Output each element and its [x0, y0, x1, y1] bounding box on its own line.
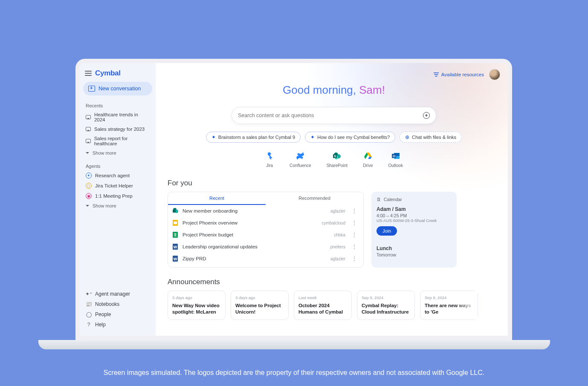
recents-section-label: Recents [82, 101, 153, 110]
brand-logo: Cymbal [95, 69, 121, 78]
suggestion-chip[interactable]: ✦Brainstorm a sales plan for Cymbal 9 [206, 132, 301, 143]
word-doc-icon: W [172, 255, 178, 262]
sidebar-agent-manager[interactable]: ✦⁺Agent manager [82, 289, 153, 299]
suggestion-chip[interactable]: ✦How do I see my Cymbal benefits? [305, 132, 395, 143]
agent-item[interactable]: ▣1:1 Meeting Prep [82, 191, 153, 201]
confluence-icon [295, 151, 305, 161]
chat-icon [86, 127, 91, 131]
chat-icon [86, 139, 91, 143]
for-you-card: Recent Recommended New member onboarding… [168, 192, 364, 268]
announcement-card[interactable]: 3 days ago Welcome to Project Unicorn! [231, 291, 289, 320]
calendar-card: 🗓Calendar Adam / Sam 4:00 – 4:25 PM US-A… [371, 192, 457, 268]
disclaimer-text: Screen images simulated. The logos depic… [0, 369, 588, 377]
calendar-event-time: 4:00 – 4:25 PM [377, 213, 452, 218]
calendar-icon: 🗓 [377, 197, 381, 202]
recents-show-more[interactable]: Show more [82, 148, 153, 158]
tab-recent[interactable]: Recent [168, 192, 266, 205]
agent-icon: ✦ [86, 173, 92, 179]
join-meeting-button[interactable]: Join [377, 226, 397, 236]
calendar-event-title[interactable]: Adam / Sam [377, 206, 452, 212]
document-row[interactable]: W Leadership organizational updates pnei… [168, 241, 363, 253]
new-conversation-icon [88, 86, 95, 92]
document-row[interactable]: Project Phoenix overview cymbalcloud ⋮ [168, 217, 363, 229]
new-conversation-button[interactable]: New conversation [83, 82, 152, 95]
svg-text:S: S [334, 155, 336, 158]
sidebar-people[interactable]: ◯People [82, 309, 153, 320]
sidebar: Cymbal New conversation Recents Healthca… [80, 63, 156, 336]
menu-icon[interactable] [85, 71, 92, 76]
sparkle-icon: ✦⁺ [86, 291, 92, 297]
available-resources-button[interactable]: Available resources [434, 72, 484, 77]
laptop-base [38, 340, 550, 349]
help-icon: ? [86, 322, 92, 328]
document-row[interactable]: Project Phoenix budget chbka ⋮ [168, 229, 363, 241]
sharepoint-icon: S [332, 151, 342, 161]
svg-text:W: W [174, 257, 177, 261]
suggestion-chip-files[interactable]: ⊕Chat with files & links [400, 132, 462, 143]
sheets-doc-icon [172, 231, 178, 238]
word-doc-icon: W [172, 243, 178, 250]
kebab-icon[interactable]: ⋮ [350, 245, 359, 249]
recent-conversation[interactable]: Sales strategy for 2023 [82, 124, 153, 134]
main-content: Available resources Good morning, Sam! +… [156, 63, 508, 336]
search-input[interactable] [238, 112, 423, 118]
announcements-heading: Announcements [168, 278, 500, 286]
announcement-card[interactable]: Last week October 2024 Humans of Cymbal [294, 291, 352, 320]
jira-icon [265, 151, 274, 161]
svg-text:W: W [174, 245, 177, 249]
svg-rect-13 [174, 222, 177, 224]
integration-sharepoint[interactable]: SSharePoint [327, 151, 348, 168]
notebook-icon: 📰 [86, 301, 92, 307]
svg-text:O: O [393, 154, 395, 158]
user-avatar[interactable] [489, 69, 500, 80]
agents-section-label: Agents [82, 162, 153, 170]
sidebar-help[interactable]: ?Help [82, 320, 153, 330]
kebab-icon[interactable]: ⋮ [350, 209, 359, 213]
integration-confluence[interactable]: Confluence [290, 151, 311, 168]
recent-conversation[interactable]: Sales report for healthcare [82, 134, 153, 148]
calendar-event-location: US-AUS-500W-25-3-Shoal Creek [377, 218, 452, 223]
calendar-event-title[interactable]: Lunch [377, 245, 452, 251]
sparkle-icon: ✦ [310, 134, 315, 140]
svg-rect-11 [173, 210, 176, 213]
kebab-icon[interactable]: ⋮ [350, 221, 359, 225]
chat-icon [86, 115, 91, 119]
sharepoint-doc-icon [172, 207, 178, 214]
agent-icon: ⟨⟩ [86, 183, 92, 189]
announcement-card[interactable]: Sep 8, 2024 There are new ways to 'Ge [420, 291, 478, 320]
filter-icon [434, 72, 439, 77]
agent-item[interactable]: ✦Research agent [82, 170, 153, 181]
recent-conversation[interactable]: Healthcare trends in 2024 [82, 110, 153, 124]
new-conversation-label: New conversation [98, 86, 141, 92]
kebab-icon[interactable]: ⋮ [350, 256, 359, 261]
tab-recommended[interactable]: Recommended [266, 192, 363, 205]
sparkle-icon: ✦ [211, 134, 216, 140]
integration-jira[interactable]: Jira [265, 151, 274, 168]
drive-icon [363, 151, 373, 161]
slides-doc-icon [172, 219, 178, 226]
search-bar[interactable]: + [232, 107, 436, 124]
calendar-event-time: Tomorrow [377, 252, 452, 257]
integration-outlook[interactable]: OOutlook [388, 151, 403, 168]
attachment-icon: ⊕ [405, 134, 409, 140]
chevron-down-icon [86, 152, 89, 156]
add-attachment-icon[interactable]: + [423, 112, 430, 119]
document-row[interactable]: New member onboarding aglazier ⋮ [168, 205, 363, 217]
agent-item[interactable]: ⟨⟩Jira Ticket Helper [82, 181, 153, 191]
greeting-heading: Good morning, Sam! [168, 84, 500, 97]
sidebar-notebooks[interactable]: 📰Notebooks [82, 299, 153, 309]
for-you-heading: For you [168, 179, 500, 187]
integration-drive[interactable]: Drive [363, 151, 373, 168]
announcement-card[interactable]: Sep 8, 2024 Cymbal Replay: Cloud Infrast… [357, 291, 415, 320]
agents-show-more[interactable]: Show more [82, 201, 153, 210]
person-icon: ◯ [86, 311, 92, 317]
chevron-down-icon [86, 205, 89, 208]
kebab-icon[interactable]: ⋮ [350, 233, 359, 237]
agent-icon: ▣ [86, 193, 92, 199]
outlook-icon: O [391, 151, 400, 161]
document-row[interactable]: W Zippy PRD aglazier ⋮ [168, 253, 363, 265]
announcement-card[interactable]: 3 days ago New Way Now video spotlight: … [168, 291, 226, 320]
